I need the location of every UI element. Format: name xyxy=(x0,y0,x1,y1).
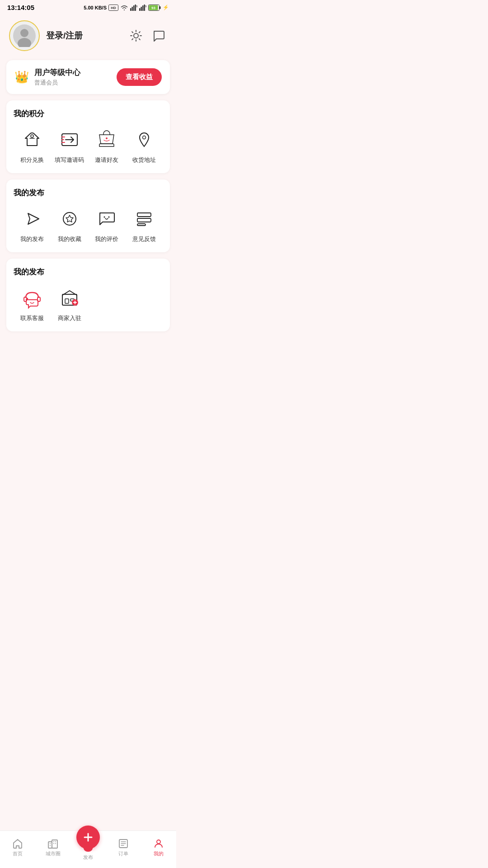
merchant-join-icon xyxy=(57,285,82,311)
merchant-join-item[interactable]: 商家入驻 xyxy=(51,285,89,322)
points-exchange-label: 积分兑换 xyxy=(20,156,44,164)
svg-rect-33 xyxy=(65,299,69,303)
invite-code-label: 填写邀请码 xyxy=(55,156,84,164)
publish-section: 我的发布 我的发布 我的收藏 xyxy=(6,179,170,252)
svg-text:HD: HD xyxy=(111,6,116,10)
address-label: 收货地址 xyxy=(132,156,156,164)
svg-rect-15 xyxy=(160,6,161,9)
svg-rect-8 xyxy=(141,7,142,11)
charging-icon: ⚡ xyxy=(163,5,169,10)
points-section-title: 我的积分 xyxy=(14,108,163,119)
feedback-label: 意见反馈 xyxy=(132,235,156,243)
svg-rect-9 xyxy=(142,5,144,11)
status-time: 13:14:05 xyxy=(7,4,34,11)
customer-service-icon xyxy=(19,285,45,311)
svg-point-24 xyxy=(63,212,76,225)
hd-badge: HD xyxy=(108,5,118,11)
signal-5g-2-icon: 5G xyxy=(139,5,146,11)
points-icon-grid: 积分兑换 填写邀请码 xyxy=(14,127,163,164)
publish-icon-grid: 我的发布 我的收藏 xyxy=(14,206,163,243)
svg-point-23 xyxy=(142,136,145,139)
publish-section-title: 我的发布 xyxy=(14,188,163,198)
points-exchange-icon xyxy=(19,127,45,152)
points-section: 我的积分 积分兑换 xyxy=(6,100,170,173)
svg-rect-7 xyxy=(139,8,141,11)
customer-service-label: 联系客服 xyxy=(20,314,44,322)
points-exchange-item[interactable]: 积分兑换 xyxy=(14,127,51,164)
invite-friend-label: 邀请好友 xyxy=(95,156,118,164)
battery-icon: 93 xyxy=(148,5,161,11)
service-icon-grid: 联系客服 商家入驻 xyxy=(14,285,163,322)
wifi-icon xyxy=(120,5,128,11)
svg-rect-29 xyxy=(137,224,145,226)
service-section-title: 我的发布 xyxy=(14,267,163,277)
feedback-icon xyxy=(131,206,157,231)
my-review-icon xyxy=(94,206,119,231)
svg-rect-27 xyxy=(137,213,151,217)
settings-button[interactable] xyxy=(127,27,145,44)
profile-header: 登录/注册 xyxy=(0,13,176,60)
signal-5g-icon: 5G xyxy=(130,5,137,11)
membership-card: 👑 用户等级中心 普通会员 查看收益 xyxy=(6,60,170,94)
my-review-label: 我的评价 xyxy=(95,235,118,243)
svg-text:5G: 5G xyxy=(136,5,138,8)
svg-rect-3 xyxy=(132,7,133,11)
svg-point-26 xyxy=(108,217,110,218)
svg-rect-2 xyxy=(130,8,131,11)
my-favorites-label: 我的收藏 xyxy=(58,235,81,243)
address-item[interactable]: 收货地址 xyxy=(126,127,163,164)
address-icon xyxy=(131,127,157,152)
svg-point-25 xyxy=(104,217,105,218)
view-earnings-button[interactable]: 查看收益 xyxy=(117,68,162,86)
crown-icon: 👑 xyxy=(14,70,29,84)
login-register-text[interactable]: 登录/注册 xyxy=(46,30,83,42)
feedback-item[interactable]: 意见反馈 xyxy=(126,206,163,243)
membership-title: 用户等级中心 xyxy=(34,67,80,78)
my-publish-label: 我的发布 xyxy=(20,235,44,243)
invite-code-item[interactable]: 填写邀请码 xyxy=(51,127,89,164)
header-actions xyxy=(127,27,167,44)
svg-rect-4 xyxy=(133,5,135,11)
svg-point-19 xyxy=(134,33,138,38)
status-icons: 5.00 KB/S HD 5G xyxy=(84,5,169,11)
invite-friend-icon xyxy=(94,127,119,152)
svg-point-22 xyxy=(106,137,108,139)
my-review-item[interactable]: 我的评价 xyxy=(88,206,126,243)
network-speed: 5.00 KB/S xyxy=(84,5,107,10)
membership-subtitle: 普通会员 xyxy=(34,79,80,87)
message-button[interactable] xyxy=(150,27,167,44)
customer-service-item[interactable]: 联系客服 xyxy=(14,285,51,322)
my-publish-item[interactable]: 我的发布 xyxy=(14,206,51,243)
merchant-join-label: 商家入驻 xyxy=(58,314,81,322)
invite-friend-item[interactable]: 邀请好友 xyxy=(88,127,126,164)
svg-rect-28 xyxy=(137,218,151,222)
svg-text:5G: 5G xyxy=(145,5,147,8)
my-favorites-item[interactable]: 我的收藏 xyxy=(51,206,89,243)
my-publish-icon xyxy=(19,206,45,231)
avatar[interactable] xyxy=(9,20,40,51)
status-bar: 13:14:05 5.00 KB/S HD 5G xyxy=(0,0,176,13)
svg-point-17 xyxy=(20,29,28,37)
invite-code-icon xyxy=(57,127,82,152)
svg-text:93: 93 xyxy=(151,6,155,10)
my-favorites-icon xyxy=(57,206,82,231)
svg-point-20 xyxy=(31,135,33,137)
service-section: 我的发布 联系客服 xyxy=(6,259,170,331)
